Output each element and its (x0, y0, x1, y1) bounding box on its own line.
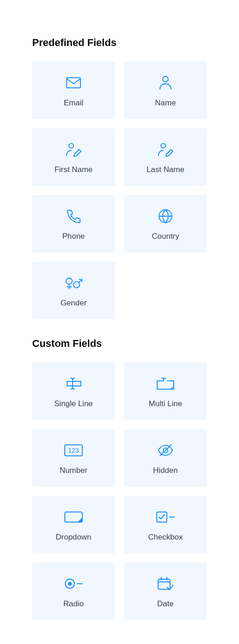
field-last-name-label: Last Name (147, 165, 184, 174)
field-gender-label: Gender (61, 299, 87, 308)
field-name-card[interactable]: Name (124, 62, 207, 119)
predefined-fields-heading: Predefined Fields (32, 37, 207, 49)
gender-icon (64, 274, 83, 292)
person-edit-icon (156, 140, 175, 159)
field-email-label: Email (64, 98, 84, 108)
field-checkbox-label: Checkbox (148, 533, 183, 542)
field-gender-card[interactable]: Gender (32, 262, 115, 319)
field-multi-line-card[interactable]: Multi Line (124, 362, 207, 420)
field-number-label: Number (60, 466, 87, 475)
number-box-icon: 123 (64, 441, 83, 460)
globe-icon (156, 207, 175, 225)
custom-fields-grid: Single Line Multi Line 123 Number (32, 362, 207, 620)
field-multi-line-label: Multi Line (149, 399, 182, 408)
custom-fields-heading: Custom Fields (32, 338, 207, 350)
phone-icon (64, 207, 83, 225)
field-single-line-label: Single Line (54, 399, 93, 408)
svg-point-2 (69, 144, 74, 148)
svg-point-1 (163, 76, 168, 82)
calendar-check-icon (156, 575, 175, 593)
field-phone-label: Phone (62, 232, 85, 241)
field-date-label: Date (157, 599, 174, 609)
field-hidden-card[interactable]: Hidden (124, 429, 207, 487)
field-email-card[interactable]: Email (32, 62, 115, 119)
field-last-name-card[interactable]: Last Name (124, 128, 207, 186)
field-checkbox-card[interactable]: Checkbox (124, 496, 207, 553)
field-country-card[interactable]: Country (124, 195, 207, 253)
svg-point-5 (66, 278, 72, 284)
field-picker-page: Predefined Fields Email Name (0, 0, 239, 644)
textarea-icon (156, 374, 175, 393)
svg-point-3 (161, 144, 165, 148)
person-edit-icon (64, 140, 83, 159)
checkbox-icon (156, 508, 175, 526)
person-icon (156, 74, 175, 92)
svg-point-18 (68, 582, 72, 586)
field-name-label: Name (155, 98, 176, 108)
field-number-card[interactable]: 123 Number (32, 429, 115, 487)
svg-rect-15 (157, 512, 167, 522)
field-radio-label: Radio (63, 599, 84, 609)
svg-line-9 (79, 279, 82, 282)
field-first-name-card[interactable]: First Name (32, 128, 115, 186)
field-radio-card[interactable]: Radio (32, 563, 115, 620)
field-country-label: Country (152, 232, 179, 241)
svg-text:123: 123 (68, 447, 79, 454)
radio-dash-icon (64, 575, 83, 593)
envelope-icon (64, 74, 83, 92)
field-date-card[interactable]: Date (124, 563, 207, 620)
text-cursor-icon (64, 374, 83, 393)
field-phone-card[interactable]: Phone (32, 195, 115, 253)
field-dropdown-label: Dropdown (56, 533, 91, 542)
field-dropdown-card[interactable]: Dropdown (32, 496, 115, 553)
field-hidden-label: Hidden (153, 466, 178, 475)
predefined-fields-grid: Email Name First Name (32, 62, 207, 319)
field-single-line-card[interactable]: Single Line (32, 362, 115, 420)
eye-off-icon (156, 441, 175, 460)
dropdown-box-icon (64, 508, 83, 526)
svg-rect-0 (67, 78, 80, 88)
field-first-name-label: First Name (54, 165, 92, 174)
